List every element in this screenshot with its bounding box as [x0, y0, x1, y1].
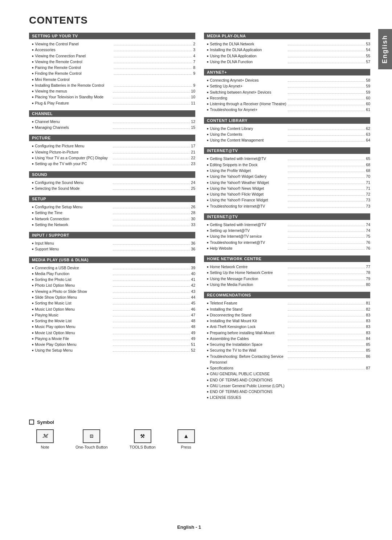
list-item: Placing Your Television in Standby Mode1…: [32, 94, 195, 100]
item-page-num: 36: [191, 246, 195, 252]
item-dots: [113, 123, 190, 123]
list-item: Using the Content Library62: [207, 126, 370, 131]
item-page-num: 63: [366, 131, 370, 137]
list-item: Using the Yahoo® Finance Widget73: [207, 197, 370, 203]
item-dots: [113, 220, 190, 220]
item-text: LICENSE ISSUES: [210, 394, 370, 400]
list-item: Using the Content Management64: [207, 137, 370, 143]
item-text: Anti-Theft Kensington Lock: [210, 324, 287, 330]
section-header: SOUND: [29, 171, 195, 178]
item-dots: [113, 322, 190, 322]
item-text: Viewing the Connection Panel: [35, 53, 113, 59]
list-item: Sorting the Music List45: [32, 300, 195, 306]
item-dots: [113, 147, 190, 147]
item-text: Viewing a Photo or Slide Show: [35, 289, 112, 294]
tools-label: TOOLS Button: [130, 445, 156, 449]
list-item: END OF TERMS AND CONDITIONS: [207, 389, 370, 394]
list-item: Using the Profile Widget68: [207, 168, 370, 173]
item-dots: [288, 45, 365, 45]
item-text: GNU GENERAL PUBLIC LICENSE: [210, 371, 370, 377]
section-items: Configuring the Picture Menu17Viewing Pi…: [29, 142, 195, 167]
item-dots: [288, 135, 365, 136]
list-item: Configuring the Picture Menu17: [32, 143, 195, 149]
list-item: Setting Up Anynet+59: [207, 83, 370, 89]
page-wrapper: English CONTENTS SETTING UP YOUR TVViewi…: [0, 0, 392, 540]
list-item: Setting up Internet@TV74: [207, 228, 370, 233]
symbol-press: ▲ Press: [177, 429, 195, 449]
item-dots: [113, 128, 190, 129]
list-item: Setting the Network33: [32, 222, 195, 228]
item-page-num: 40: [191, 271, 195, 277]
item-dots: [288, 141, 365, 142]
item-page-num: 80: [366, 282, 370, 287]
list-item: Network Connection30: [32, 216, 195, 222]
list-item: Using the Setup Menu52: [32, 347, 195, 353]
item-page-num: 72: [366, 191, 370, 197]
item-text: Troubleshooting: Before Contacting Servi…: [210, 353, 287, 365]
list-item: Music Play option Menu48: [32, 324, 195, 330]
item-page-num: 82: [366, 306, 370, 312]
item-dots: [288, 130, 365, 130]
item-page-num: 33: [191, 222, 195, 228]
list-item: Viewing the menus10: [32, 88, 195, 94]
item-text: Channel Menu: [35, 119, 112, 124]
item-dots: [288, 232, 365, 232]
item-page-num: 74: [366, 228, 370, 233]
item-page-num: 23: [191, 161, 195, 167]
item-dots: [113, 286, 190, 287]
item-text: Viewing the menus: [35, 88, 112, 94]
list-item: Mini Remote Control: [32, 77, 195, 82]
item-text: Support Menu: [35, 246, 112, 252]
list-item: END OF TERMS AND CONDITIONS: [207, 377, 370, 383]
item-text: Setting Up Anynet+: [210, 83, 287, 89]
section-header: SETTING UP YOUR TV: [29, 33, 195, 39]
item-dots: [113, 165, 190, 165]
item-dots: [288, 345, 365, 346]
list-item: Viewing Picture-in-Picture21: [32, 149, 195, 155]
item-dots: [288, 51, 365, 51]
item-page-num: 45: [191, 300, 195, 306]
list-item: Managing Channels15: [32, 124, 195, 130]
list-item: Teletext Feature81: [207, 300, 370, 306]
tab-label: English: [381, 35, 388, 64]
item-text: Installing the Wall Mount Kit: [210, 318, 287, 324]
item-text: Selecting the Sound Mode: [35, 185, 112, 191]
item-text: Installing the DLNA Application: [210, 47, 287, 53]
item-dots: [288, 304, 365, 304]
section-header: INTERNET@TV: [204, 213, 370, 220]
item-dots: [113, 340, 190, 340]
item-dots: [114, 45, 192, 45]
item-text: Troubleshooting for Anynet+: [210, 107, 287, 112]
toc-section: PICTUREConfiguring the Picture Menu17Vie…: [29, 135, 195, 167]
item-dots: [288, 207, 365, 208]
right-column: MEDIA PLAY-DLNASetting the DLNA Network5…: [204, 33, 370, 405]
item-dots: [113, 214, 190, 214]
item-text: Pairing the Remote Control: [35, 65, 113, 70]
symbol-title: Symbol: [29, 420, 370, 425]
item-text: Preparing before installing Wall-Mount: [210, 330, 287, 336]
one-touch-label: One-Touch Button: [75, 445, 108, 449]
section-header: CONTENT LIBRARY: [204, 117, 370, 124]
section-items: Home Network Centre77Setting Up the Home…: [204, 263, 370, 288]
item-page-num: 79: [366, 276, 370, 282]
list-item: Using the Yahoo® Widget Gallery70: [207, 173, 370, 179]
item-text: Viewing the Remote Control: [35, 59, 113, 65]
list-item: Slide Show Option Menu44: [32, 294, 195, 300]
item-text: Installing Batteries in the Remote Contr…: [35, 82, 113, 88]
item-text: Playing Music: [35, 312, 112, 318]
list-item: Recording60: [207, 95, 370, 101]
item-dots: [288, 340, 365, 340]
item-dots: [113, 334, 190, 334]
item-page-num: 85: [366, 341, 370, 347]
item-page-num: 9: [193, 70, 195, 76]
toc-section: CONTENT LIBRARYUsing the Content Library…: [204, 117, 370, 144]
item-page-num: 70: [366, 173, 370, 179]
item-dots: [288, 105, 365, 105]
item-dots: [288, 81, 365, 82]
item-text: Using the Contents: [210, 131, 287, 137]
item-dots: [114, 51, 192, 51]
item-text: Sorting the Movie List: [35, 318, 112, 324]
item-text: Using the Message Function: [210, 276, 287, 282]
item-text: Music Play option Menu: [35, 324, 112, 330]
item-dots: [114, 57, 192, 57]
